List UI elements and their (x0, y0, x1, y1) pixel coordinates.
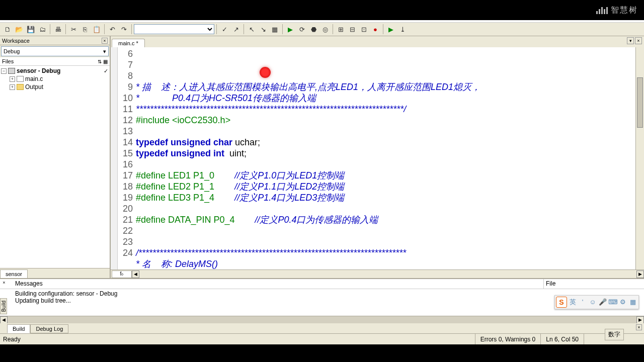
status-bar: Ready Errors 0, Warnings 0 Ln 6, Col 50 (0, 333, 644, 344)
function-nav[interactable]: f₀ (112, 270, 132, 278)
workspace-panel: Workspace × Debug▾ Files ⇅ ▦ − sensor - … (0, 36, 111, 278)
save-button[interactable]: 💾 (25, 24, 36, 35)
tb-btn-2[interactable]: ↗ (230, 24, 242, 35)
compile-button[interactable]: ⟳ (296, 24, 307, 35)
output-tabs: Build Debug Log × (0, 323, 644, 333)
copy-button[interactable]: ⎘ (79, 24, 91, 35)
c-file-icon (17, 76, 24, 82)
cursor-highlight-icon (260, 67, 271, 78)
ime-lang-button[interactable]: 英 (568, 298, 577, 307)
output-side-label: Build (0, 298, 7, 314)
status-errors: Errors 0, Warnings 0 (475, 334, 541, 344)
tb-btn-4[interactable]: ↘ (258, 24, 269, 35)
workspace-bottom-tabs: sensor (0, 268, 110, 278)
output-hscroll[interactable]: ◀▶ (0, 316, 644, 323)
hscroll-left-button[interactable]: ◀ (132, 270, 139, 278)
output-tab-debuglog[interactable]: Debug Log (30, 324, 68, 333)
tb-btn-3[interactable]: ↖ (246, 24, 257, 35)
files-header: Files ⇅ ▦ (0, 57, 110, 66)
workspace-title-bar: Workspace × (0, 36, 110, 45)
tb-btn-10[interactable]: ⊟ (347, 24, 358, 35)
status-cursor-pos: Ln 6, Col 50 (540, 334, 584, 344)
code-content[interactable]: * 描 述：人进入其感应范围模块输出高电平,点亮LED1，人离开感应范围LED1… (136, 47, 635, 269)
cut-button[interactable]: ✂ (68, 24, 79, 35)
build-output-panel: × Build Messages File Building configura… (0, 278, 644, 333)
ime-grid-button[interactable]: ▦ (628, 298, 637, 307)
breakpoint-gutter[interactable] (111, 47, 118, 269)
breakpoint-button[interactable]: ● (370, 24, 381, 35)
toggle-breakpoint-button[interactable]: ◎ (319, 24, 331, 35)
line-number-gutter: 6789101112131415161718192021222324 (118, 47, 136, 269)
ime-voice-button[interactable]: 🎤 (598, 298, 607, 307)
tree-file-main[interactable]: + main.c (1, 75, 109, 83)
editor-tab-main[interactable]: main.c * (112, 39, 145, 47)
tab-dropdown-button[interactable]: ▾ (627, 37, 634, 44)
ime-logo-icon[interactable]: S (556, 297, 567, 308)
output-close-button[interactable]: × (1, 280, 7, 286)
workspace-close-button[interactable]: × (102, 38, 108, 44)
vertical-scrollbar[interactable] (635, 47, 644, 269)
stop-build-button[interactable]: ⬣ (308, 24, 319, 35)
print-button[interactable]: 🖶 (52, 24, 63, 35)
horizontal-scrollbar[interactable]: f₀ ◀ ▶ (111, 269, 644, 278)
config-dropdown[interactable]: Debug▾ (1, 46, 109, 56)
open-file-button[interactable]: 📂 (14, 24, 25, 35)
tb-btn-11[interactable]: ⊡ (358, 24, 369, 35)
ime-settings-button[interactable]: ⚙ (618, 298, 627, 307)
brand-logo: 智慧树 (596, 5, 638, 16)
ime-punct-button[interactable]: ' (578, 298, 587, 307)
output-tab-build[interactable]: Build (7, 324, 30, 333)
undo-button[interactable]: ↶ (107, 24, 118, 35)
save-all-button[interactable]: 🗂 (37, 24, 48, 35)
expand-icon[interactable]: + (10, 76, 15, 82)
messages-column-header[interactable]: Messages (0, 279, 543, 289)
code-editor[interactable]: 6789101112131415161718192021222324 * 描 述… (111, 47, 644, 269)
status-ready: Ready (0, 336, 475, 343)
workspace-title: Workspace (2, 38, 30, 44)
files-hdr-icon-1[interactable]: ⇅ (98, 59, 102, 64)
tree-project-row[interactable]: − sensor - Debug ✓ (1, 67, 109, 75)
redo-button[interactable]: ↷ (118, 24, 129, 35)
tree-check-icon: ✓ (103, 68, 109, 74)
project-tree[interactable]: − sensor - Debug ✓ + main.c + Output (0, 66, 110, 268)
new-file-button[interactable]: 🗋 (2, 24, 13, 35)
hscroll-right-button[interactable]: ▶ (636, 270, 644, 278)
expand-icon[interactable]: + (10, 84, 15, 90)
tab-close-button[interactable]: × (635, 37, 642, 44)
ime-keyboard-button[interactable]: ⌨ (608, 298, 617, 307)
project-icon (8, 68, 15, 74)
file-column-header[interactable]: File (543, 279, 644, 289)
ime-toolbar[interactable]: S 英 ' ☺ 🎤 ⌨ ⚙ ▦ (554, 295, 639, 309)
tb-btn-9[interactable]: ⊞ (335, 24, 346, 35)
ime-emoji-button[interactable]: ☺ (588, 298, 597, 307)
output-messages[interactable]: Building configuration: sensor - DebugUp… (0, 289, 644, 316)
expand-icon[interactable]: − (1, 68, 7, 74)
toggle-bookmark-button[interactable]: ▦ (269, 24, 280, 35)
make-button[interactable]: ▶ (285, 24, 296, 35)
workspace-tab-sensor[interactable]: sensor (0, 269, 28, 278)
vscroll-thumb[interactable] (637, 77, 643, 128)
output-tabs-close-button[interactable]: × (636, 324, 642, 330)
tree-output-folder[interactable]: + Output (1, 83, 109, 91)
folder-icon (17, 84, 24, 90)
main-toolbar: 🗋 📂 💾 🗂 🖶 ✂ ⎘ 📋 ↶ ↷ ✓ ↗ ↖ ↘ ▦ ▶ ⟳ ⬣ ◎ ⊞ … (0, 23, 644, 36)
download-debug-button[interactable]: ▶ (385, 24, 396, 35)
editor-tabs: main.c * ▾ × (111, 36, 644, 47)
tb-btn-1[interactable]: ✓ (219, 24, 230, 35)
find-combo[interactable] (134, 24, 214, 34)
ide-window: 🗋 📂 💾 🗂 🖶 ✂ ⎘ 📋 ↶ ↷ ✓ ↗ ↖ ↘ ▦ ▶ ⟳ ⬣ ◎ ⊞ … (0, 20, 644, 344)
paste-button[interactable]: 📋 (91, 24, 102, 35)
debug-no-download-button[interactable]: ⤓ (397, 24, 408, 35)
letterbox-top: 智慧树 (0, 0, 644, 20)
letterbox-bottom (0, 344, 644, 362)
status-numlock: 数字 (605, 329, 624, 340)
files-hdr-icon-2[interactable]: ▦ (103, 59, 108, 64)
editor-pane: main.c * ▾ × 678910111213141516171819202… (111, 36, 644, 278)
